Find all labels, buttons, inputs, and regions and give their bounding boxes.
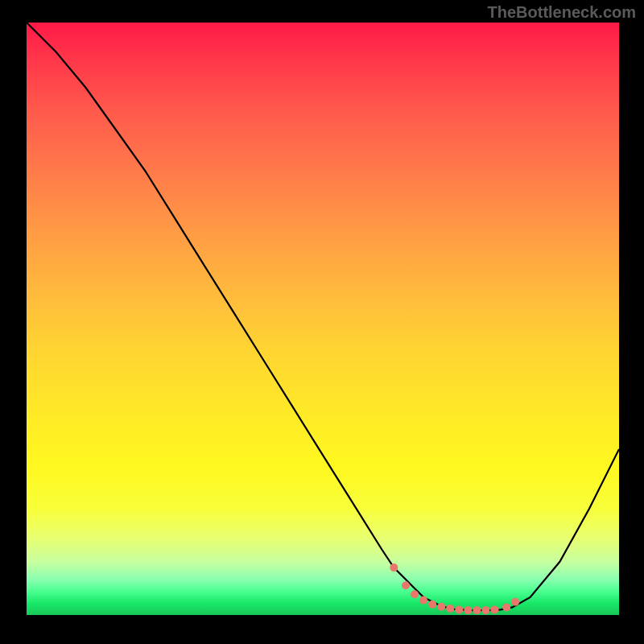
highlight-dot [446,605,454,613]
highlight-dot [502,603,510,611]
highlight-dot [481,606,489,614]
chart-highlight-dots [390,564,519,614]
chart-plot-area [27,23,619,615]
highlight-dot [402,581,410,589]
highlight-dot [473,606,481,614]
highlight-dot [411,590,419,598]
highlight-dot [437,603,445,611]
highlight-dot [490,605,498,613]
watermark-text: TheBottleneck.com [488,3,636,22]
highlight-dot [455,605,463,613]
highlight-dot [419,597,427,605]
chart-curve [27,23,619,610]
highlight-dot [511,598,519,606]
highlight-dot [390,564,398,572]
chart-svg [27,23,619,615]
highlight-dot [428,601,436,609]
highlight-dot [464,606,472,614]
